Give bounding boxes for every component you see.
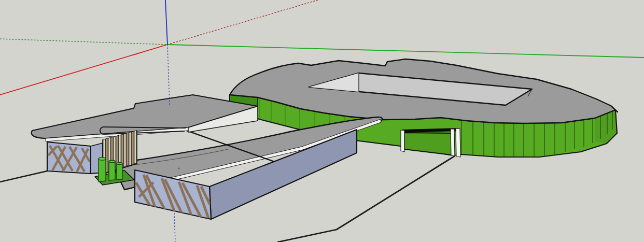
- door-jamb-left: [401, 130, 404, 152]
- cylinder-2[interactable]: [109, 160, 115, 180]
- cylinder-1[interactable]: [99, 158, 106, 182]
- viewport-3d[interactable]: [0, 0, 644, 242]
- door-jamb-right-a: [451, 129, 455, 156]
- door-jamb-right-b: [456, 129, 460, 157]
- cylinder-3[interactable]: [117, 162, 122, 180]
- roof-speck: [178, 168, 180, 169]
